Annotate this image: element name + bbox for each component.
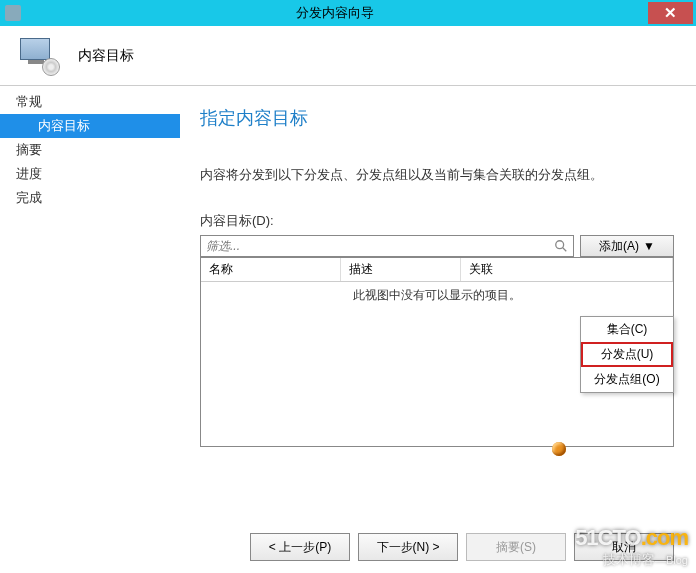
wizard-sidebar: 常规 内容目标 摘要 进度 完成 [0,86,180,573]
dropdown-distribution-point[interactable]: 分发点(U) [581,342,673,367]
page-title: 指定内容目标 [200,106,674,130]
toolbar: 添加(A) ▼ [200,235,674,257]
close-icon: ✕ [664,4,677,22]
sidebar-item-general[interactable]: 常规 [0,90,180,114]
app-icon [5,5,21,21]
filter-input[interactable] [206,239,554,253]
page-header-title: 内容目标 [78,47,134,65]
content-target-label: 内容目标(D): [200,212,674,230]
th-name[interactable]: 名称 [201,258,341,281]
sidebar-item-summary[interactable]: 摘要 [0,138,180,162]
cancel-button[interactable]: 取消 [574,533,674,561]
next-button[interactable]: 下一步(N) > [358,533,458,561]
svg-line-1 [563,248,567,252]
dropdown-distribution-point-group[interactable]: 分发点组(O) [581,367,673,392]
wizard-icon [16,36,60,76]
search-icon [554,239,568,253]
summary-button: 摘要(S) [466,533,566,561]
chevron-down-icon: ▼ [643,239,655,253]
filter-box[interactable] [200,235,574,257]
add-button-label: 添加(A) [599,238,639,255]
th-association[interactable]: 关联 [461,258,673,281]
wizard-header: 内容目标 [0,26,696,86]
table-empty-message: 此视图中没有可以显示的项目。 [201,281,673,310]
previous-button[interactable]: < 上一步(P) [250,533,350,561]
svg-point-0 [556,241,564,249]
add-button[interactable]: 添加(A) ▼ [580,235,674,257]
wizard-content: 指定内容目标 内容将分发到以下分发点、分发点组以及当前与集合关联的分发点组。 内… [180,86,696,573]
add-dropdown: 集合(C) 分发点(U) 分发点组(O) [580,316,674,393]
page-description: 内容将分发到以下分发点、分发点组以及当前与集合关联的分发点组。 [200,166,674,184]
th-description[interactable]: 描述 [341,258,461,281]
sidebar-item-content-target[interactable]: 内容目标 [0,114,180,138]
sidebar-item-complete[interactable]: 完成 [0,186,180,210]
title-bar: 分发内容向导 ✕ [0,0,696,26]
wizard-buttons: < 上一步(P) 下一步(N) > 摘要(S) 取消 [200,519,696,561]
window-title: 分发内容向导 [21,4,648,22]
table-header: 名称 描述 关联 [201,258,673,282]
close-button[interactable]: ✕ [648,2,693,24]
warning-icon [552,442,566,456]
sidebar-item-progress[interactable]: 进度 [0,162,180,186]
dropdown-collection[interactable]: 集合(C) [581,317,673,342]
